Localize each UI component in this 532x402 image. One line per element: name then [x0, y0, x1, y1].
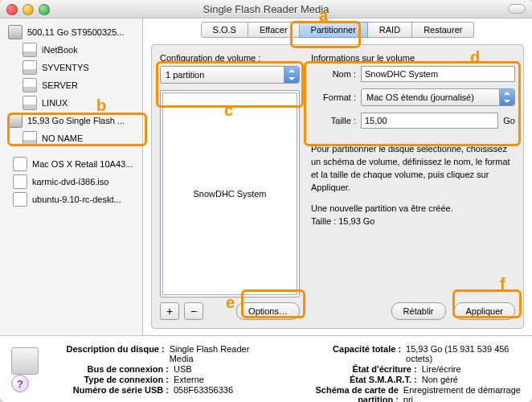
chevron-updown-icon [284, 67, 299, 83]
volume-config-header: Configuration de volume : [160, 53, 300, 63]
format-label: Format : [311, 92, 356, 102]
sidebar-label: Mac OS X Retail 10A43... [32, 159, 133, 169]
file-icon [13, 157, 27, 171]
sidebar-volume[interactable]: SYVENTYS [5, 59, 142, 76]
apply-button[interactable]: Appliquer [454, 302, 515, 320]
tab-restaurer[interactable]: Restaurer [412, 22, 474, 38]
disk-info-value: Non géré [422, 375, 458, 384]
sidebar-label: iNetBook [42, 45, 78, 55]
partition-scheme-select[interactable]: 1 partition [160, 66, 300, 84]
disk-info-value: USB [174, 364, 192, 374]
add-partition-button[interactable]: + [160, 302, 179, 320]
disk-info-row: Numéro de série USB :058F63356336 [48, 385, 272, 402]
disk-info-label: Capacité totale : [297, 344, 401, 363]
disk-info-label: Type de connexion : [48, 375, 169, 384]
volume-icon [23, 60, 37, 75]
window-title: Single Flash Reader Media [0, 3, 532, 15]
sidebar-label: NO NAME [42, 133, 83, 143]
partition-cell[interactable]: SnowDHC System [162, 92, 297, 295]
disk-info-value: Enregistrement de démarrage pri… [403, 385, 521, 402]
partition-scheme-value: 1 partition [166, 70, 204, 80]
sidebar-label: 15,93 Go Single Flash ... [27, 116, 125, 125]
disk-info-row: Bus de connexion :USB [48, 364, 272, 374]
disk-info-value: Lire/écrire [422, 364, 461, 374]
disk-info-label: Numéro de série USB : [48, 385, 169, 402]
sidebar-image-file[interactable]: karmic-dvd-i386.iso [5, 173, 142, 191]
disk-info-row: Type de connexion :Externe [48, 375, 272, 384]
disk-info-row: État d'écriture :Lire/écrire [297, 364, 521, 374]
disk-info-label: Description du disque : [48, 344, 165, 363]
volume-format-value: Mac OS étendu (journalisé) [366, 92, 474, 102]
sidebar-volume[interactable]: iNetBook [5, 41, 142, 59]
file-icon [13, 174, 27, 189]
hdd-icon [8, 25, 23, 39]
disk-info-label: Bus de connexion : [48, 364, 169, 374]
disk-info-row: État S.M.A.R.T. :Non géré [297, 375, 521, 384]
volume-info-header: Informations sur le volume [311, 53, 515, 63]
device-sidebar: 500,11 Go ST9500325...iNetBookSYVENTYSSE… [0, 18, 143, 335]
partition-help-text: Pour partitionner le disque sélectionné,… [311, 143, 515, 195]
volume-icon [23, 78, 37, 92]
sidebar-label: LINUX [42, 98, 68, 108]
volume-icon [23, 96, 37, 110]
chevron-updown-icon [499, 89, 514, 105]
sidebar-volume[interactable]: NO NAME [5, 129, 142, 147]
disk-info-footer: Description du disque :Single Flash Read… [0, 335, 532, 402]
disk-info-label: Schéma de carte de partition : [297, 385, 399, 402]
disk-info-label: État S.M.A.R.T. : [297, 375, 417, 384]
minimize-icon[interactable] [23, 4, 34, 15]
partition-map[interactable]: SnowDHC System [160, 90, 300, 297]
options-button[interactable]: Options… [236, 302, 300, 320]
partition-status-text: Une nouvelle partition va être créée. [311, 203, 453, 213]
sidebar-volume[interactable]: LINUX [5, 94, 142, 112]
sidebar-image-file[interactable]: Mac OS X Retail 10A43... [5, 155, 142, 173]
disk-info-value: 058F63356336 [174, 385, 233, 402]
volume-format-select[interactable]: Mac OS étendu (journalisé) [361, 88, 515, 106]
file-icon [13, 192, 27, 207]
sidebar-disk[interactable]: 15,93 Go Single Flash ... [5, 112, 142, 129]
sidebar-label: 500,11 Go ST9500325... [27, 27, 124, 37]
sidebar-label: karmic-dvd-i386.iso [32, 177, 108, 187]
partition-status-size: Taille : 15,93 Go [311, 216, 375, 226]
disk-info-row: Capacité totale :15,93 Go (15 931 539 45… [297, 344, 521, 363]
volume-name-field[interactable]: SnowDHC System [361, 66, 515, 82]
help-button[interactable]: ? [11, 375, 29, 392]
tab-raid[interactable]: RAID [368, 22, 412, 38]
remove-partition-button[interactable]: − [184, 302, 203, 320]
sidebar-volume[interactable]: SERVER [5, 76, 142, 94]
disk-info-label: État d'écriture : [297, 364, 417, 374]
volume-icon [23, 131, 37, 146]
zoom-icon[interactable] [39, 4, 50, 15]
hdd-icon [8, 113, 23, 128]
tab-partitionner[interactable]: Partitionner [300, 22, 368, 38]
volume-size-field[interactable]: 15,00 [361, 113, 498, 129]
tab-sos[interactable]: S.O.S [201, 22, 248, 38]
size-unit: Go [503, 116, 515, 125]
sidebar-label: SYVENTYS [42, 63, 89, 72]
name-label: Nom : [311, 69, 356, 79]
tab-bar: S.O.SEffacerPartitionnerRAIDRestaurer [151, 22, 524, 38]
window-titlebar: Single Flash Reader Media [0, 0, 532, 18]
sidebar-label: SERVER [42, 80, 78, 90]
size-label: Taille : [311, 116, 356, 125]
disk-info-row: Description du disque :Single Flash Read… [48, 344, 272, 363]
toolbar-toggle-button[interactable] [508, 4, 526, 14]
disk-info-row: Schéma de carte de partition :Enregistre… [297, 385, 521, 402]
disk-info-value: Externe [174, 375, 204, 384]
sidebar-label: ubuntu-9.10-rc-deskt... [32, 195, 121, 204]
close-icon[interactable] [6, 4, 18, 15]
tab-effacer[interactable]: Effacer [248, 22, 300, 38]
sidebar-disk[interactable]: 500,11 Go ST9500325... [5, 23, 142, 41]
disk-icon [11, 347, 39, 375]
revert-button[interactable]: Rétablir [391, 302, 446, 320]
disk-info-value: Single Flash Reader Media [170, 344, 272, 363]
volume-icon [23, 43, 37, 57]
disk-info-value: 15,93 Go (15 931 539 456 octets) [406, 344, 521, 363]
sidebar-image-file[interactable]: ubuntu-9.10-rc-deskt... [5, 191, 142, 208]
